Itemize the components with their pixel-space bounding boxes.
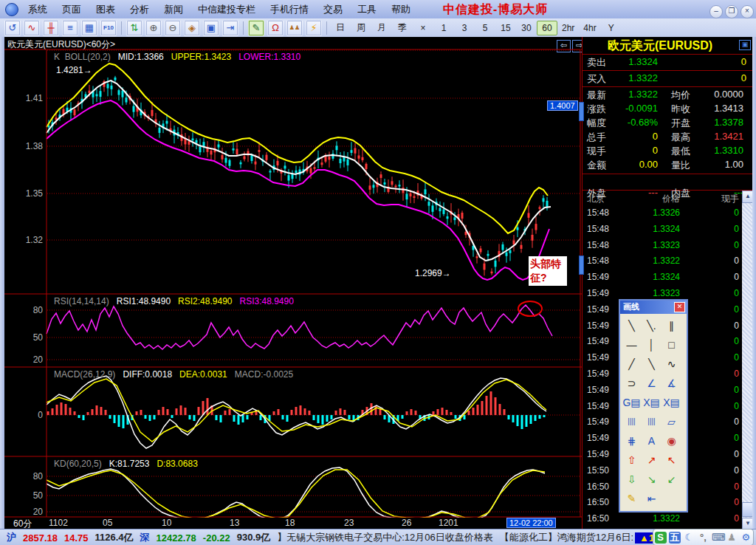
menu-item-中信建投专栏[interactable]: 中信建投专栏 [190, 0, 263, 19]
quote-label: 幅度 [587, 117, 606, 130]
sogou-icon[interactable]: S [655, 532, 667, 544]
close-icon[interactable]: ✕ [674, 302, 685, 312]
candle-chart-icon[interactable]: ╫ [43, 20, 59, 36]
period-button-月[interactable]: 月 [371, 19, 392, 36]
menu-item-手机行情[interactable]: 手机行情 [263, 0, 316, 19]
tool-percent-lines-x2[interactable]: X▤ [662, 393, 681, 412]
tool-eraser[interactable]: ✎ [622, 489, 642, 508]
tool-horizontal-line[interactable]: — [622, 335, 642, 354]
cascade-windows-icon[interactable]: ▣ [203, 20, 219, 36]
period-button-15[interactable]: 15 [495, 21, 516, 35]
menu-item-帮助[interactable]: 帮助 [384, 0, 418, 19]
quote-restore-icon[interactable]: ▣ [739, 40, 751, 50]
tool-arrow-sw[interactable]: ↙ [662, 470, 681, 489]
tool-trend-line[interactable]: ╲ [622, 316, 642, 335]
y-axis-label: 50 [4, 332, 43, 343]
period-button-2hr[interactable]: 2hr [557, 21, 579, 35]
menu-item-分析[interactable]: 分析 [123, 0, 157, 19]
period-button-日[interactable]: 日 [330, 19, 351, 36]
tool-gann-fan[interactable]: ∡ [662, 374, 681, 393]
f10-info-icon[interactable]: F10 [100, 20, 117, 36]
period-button-Y[interactable]: Y [601, 21, 622, 35]
splitter-handle-top[interactable] [579, 102, 584, 121]
quote-table-icon[interactable]: ▦ [81, 20, 97, 36]
refresh-icon[interactable]: ⇅ [126, 20, 142, 36]
tape-price: 1.3324 [627, 224, 680, 234]
status-field: 1126.4亿 [95, 531, 134, 544]
tool-percent-lines-x1[interactable]: X▤ [642, 393, 662, 412]
tool-angle-fan[interactable]: ∠ [642, 374, 662, 393]
users-icon[interactable]: ♟♟ [286, 20, 303, 36]
menu-item-新闻[interactable]: 新闻 [157, 0, 190, 19]
period-button-5[interactable]: 5 [475, 21, 495, 35]
tool-line[interactable]: ╲ [642, 354, 662, 374]
period-button-4hr[interactable]: 4hr [579, 21, 600, 35]
tool-vertical-line[interactable]: │ [642, 335, 662, 354]
next-window-icon[interactable]: ⇥ [222, 20, 238, 36]
chart-canvas[interactable] [4, 37, 582, 529]
window-title: 中信建投-博易大师 [443, 2, 664, 18]
menu-item-图表[interactable]: 图表 [89, 0, 123, 19]
tool-cycle-lines[interactable]: |||| [642, 412, 662, 431]
period-button-30[interactable]: 30 [516, 21, 537, 35]
tool-channel-lines[interactable]: ⋕ [622, 431, 642, 450]
tape-time: 15:49 [587, 336, 609, 346]
punctuation-icon[interactable]: °‚ [697, 532, 709, 544]
minimize-button[interactable]: – [709, 5, 723, 18]
menu-item-交易[interactable]: 交易 [316, 0, 350, 19]
zoom-in-icon[interactable]: ⊕ [145, 20, 162, 36]
y-axis-label: 1.38 [4, 141, 43, 151]
wubi-icon[interactable]: 五 [669, 532, 681, 544]
tape-price: 1.3323 [627, 288, 680, 298]
draw-palette-titlebar[interactable]: 画线 ✕ [620, 301, 687, 314]
moon-icon[interactable]: ☾ [683, 532, 695, 544]
tool-text-tool[interactable]: A [642, 431, 662, 450]
splitter-handle-bottom[interactable] [579, 256, 584, 275]
quote-scrollbar[interactable]: ▲ ▼ [742, 191, 752, 529]
y-axis-label: 0 [4, 410, 43, 420]
indicator-value: RSI(14,14,14) [54, 296, 109, 306]
tool-arc[interactable]: ⊃ [622, 374, 642, 393]
tool-arrow-down[interactable]: ⇩ [622, 470, 642, 489]
high-price-label: 1.4281→ [56, 65, 92, 75]
tool-exit-draw[interactable]: ⇤ [642, 489, 662, 508]
hotkey-lightning-icon[interactable]: ⚡ [306, 20, 322, 36]
tool-parallelogram[interactable]: ▱ [662, 412, 681, 431]
period-button-3[interactable]: 3 [454, 21, 475, 35]
settings-icon[interactable]: ⚙ [740, 532, 752, 544]
tool-cycle-circle[interactable]: ◉ [662, 431, 681, 450]
draw-line-icon[interactable]: ✎ [248, 20, 264, 36]
tool-golden-section-g[interactable]: G▤ [622, 393, 642, 412]
tool-arrow-nw[interactable]: ↖ [662, 450, 681, 470]
user-icon[interactable]: ♟ [726, 532, 738, 544]
quote-list-icon[interactable]: ≡ [62, 20, 78, 36]
tool-arrow-se[interactable]: ↘ [642, 470, 662, 489]
tool-ray-line[interactable]: ╲. [642, 316, 662, 335]
tool-arrow-ne[interactable]: ↗ [642, 450, 662, 470]
period-button-60[interactable]: 60 [537, 21, 557, 35]
zoom-out-icon[interactable]: ⊖ [165, 20, 181, 36]
tool-segment[interactable]: ╱ [622, 354, 642, 374]
keyboard-icon[interactable]: ⌨ [712, 532, 724, 544]
restore-button[interactable]: ❐ [725, 5, 738, 18]
tool-time-rulers[interactable]: |||| [622, 412, 642, 431]
period-button-×[interactable]: × [413, 21, 433, 35]
quote-value: -0.68% [609, 117, 658, 128]
period-button-周[interactable]: 周 [351, 19, 371, 36]
tool-rectangle[interactable]: □ [662, 335, 681, 354]
tool-arrow-up[interactable]: ⇧ [622, 450, 642, 470]
menu-item-页面[interactable]: 页面 [55, 0, 89, 19]
tool-parallel-lines[interactable]: ∥ [662, 316, 681, 335]
period-button-季[interactable]: 季 [392, 19, 413, 36]
status-field: 】无锡大宗钢铁电子交易中心:12月06日收盘价格表 [277, 531, 493, 544]
drag-hand-icon[interactable]: ◈ [184, 20, 200, 36]
tape-volume: 0 [693, 417, 739, 427]
back-icon[interactable]: ↺ [4, 20, 21, 36]
period-button-1[interactable]: 1 [433, 21, 454, 35]
menu-item-系统[interactable]: 系统 [21, 0, 55, 19]
menu-item-工具[interactable]: 工具 [350, 0, 384, 19]
close-button[interactable]: × [740, 5, 754, 18]
tool-wave-line[interactable]: ∿ [662, 354, 681, 374]
alert-bell-icon[interactable]: Ω [267, 20, 284, 36]
line-chart-icon[interactable]: ∿ [24, 20, 40, 36]
